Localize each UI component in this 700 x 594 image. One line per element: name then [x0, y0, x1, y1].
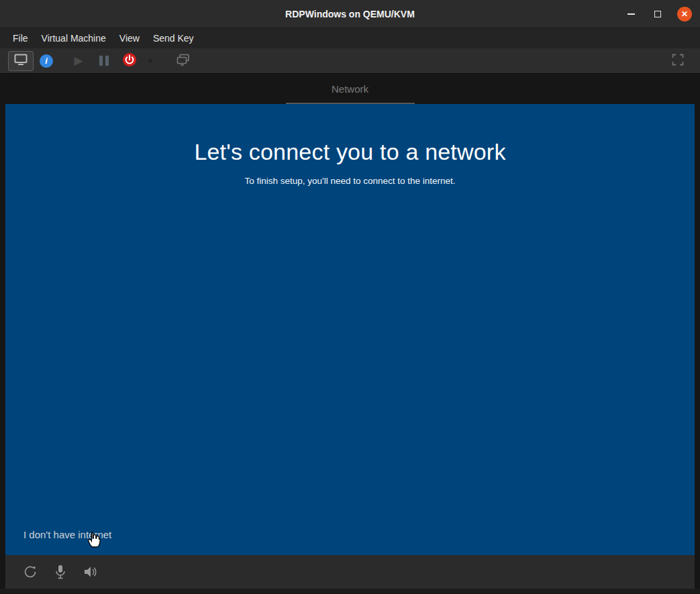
oobe-bottombar — [5, 555, 695, 589]
titlebar[interactable]: RDPWindows on QEMU/KVM ✕ — [0, 0, 700, 28]
displays-button[interactable] — [170, 51, 196, 71]
oobe-subtitle: To finish setup, you'll need to connect … — [5, 176, 695, 186]
toolbar: i ▶ ▾ — [0, 48, 700, 74]
fullscreen-button[interactable] — [665, 51, 691, 71]
close-button[interactable]: ✕ — [676, 5, 693, 23]
fullscreen-icon — [672, 54, 684, 68]
oobe-step-title: Network — [0, 74, 700, 104]
minimize-icon — [628, 13, 635, 15]
window-title: RDPWindows on QEMU/KVM — [285, 9, 415, 19]
oobe-header: Network — [0, 74, 700, 104]
volume-icon — [83, 566, 98, 578]
menu-send-key[interactable]: Send Key — [146, 33, 201, 44]
virt-manager-window: RDPWindows on QEMU/KVM ✕ File Virtual Ma… — [0, 0, 700, 594]
letterbox-filler — [0, 589, 700, 593]
console-button[interactable] — [8, 51, 34, 71]
run-button[interactable]: ▶ — [66, 51, 91, 71]
close-icon: ✕ — [677, 7, 692, 21]
shutdown-menu-button[interactable]: ▾ — [142, 51, 158, 71]
displays-icon — [177, 54, 190, 68]
shutdown-button[interactable] — [117, 51, 142, 71]
microphone-button[interactable] — [55, 564, 66, 579]
run-icon: ▶ — [74, 55, 83, 66]
shutdown-icon — [122, 52, 137, 70]
ease-of-access-icon — [23, 564, 38, 579]
microphone-icon — [55, 564, 66, 579]
console-display-icon — [14, 54, 28, 68]
ease-of-access-button[interactable] — [23, 564, 38, 579]
shutdown-menu-caret-icon: ▾ — [148, 56, 153, 65]
vm-details-button[interactable]: i — [34, 51, 59, 71]
menu-virtual-machine[interactable]: Virtual Machine — [35, 33, 113, 44]
pause-button[interactable] — [91, 51, 117, 71]
menu-file[interactable]: File — [6, 33, 35, 44]
vm-details-info-icon: i — [40, 54, 53, 68]
hand-cursor-icon — [87, 531, 102, 551]
volume-button[interactable] — [83, 566, 98, 578]
oobe-content: Let's connect you to a network To finish… — [5, 104, 695, 555]
menu-view[interactable]: View — [113, 33, 146, 44]
window-controls: ✕ — [622, 0, 693, 28]
pause-icon — [99, 56, 109, 66]
vm-display[interactable]: Network Let's connect you to a network T… — [0, 74, 700, 594]
menubar: File Virtual Machine View Send Key — [0, 28, 700, 48]
maximize-icon — [654, 11, 661, 17]
maximize-button[interactable] — [649, 5, 666, 23]
oobe-heading: Let's connect you to a network — [5, 104, 695, 165]
minimize-button[interactable] — [622, 5, 640, 23]
